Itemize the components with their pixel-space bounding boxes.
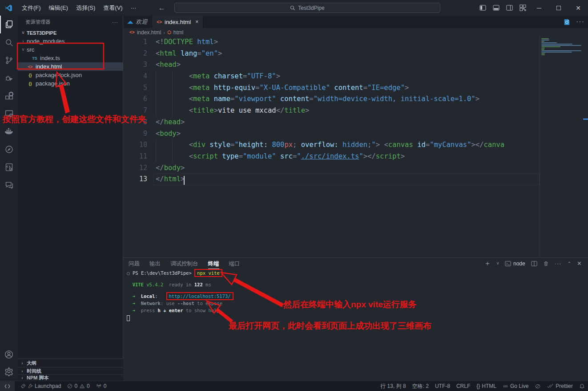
docker-icon[interactable] bbox=[0, 122, 18, 140]
go-live-button[interactable]: Go Live bbox=[499, 381, 532, 391]
terminal-output[interactable]: PS E:\dev\Test3dPipe> npx vite VITE v5.4… bbox=[123, 269, 588, 381]
command-center-search[interactable]: Test3dPipe bbox=[174, 3, 440, 13]
settings-gear-icon[interactable] bbox=[0, 363, 18, 380]
code-line-1[interactable]: 1<!DOCTYPE html> bbox=[123, 37, 588, 48]
editor-tab-bar: ◢◣欢迎<>index.html× bbox=[123, 16, 588, 28]
remote-explorer-icon[interactable] bbox=[0, 105, 18, 122]
tree-item-label: src bbox=[27, 46, 34, 53]
panel-tab-终端[interactable]: 终端 bbox=[208, 258, 219, 269]
tree-item-index.html[interactable]: <>index.html bbox=[18, 62, 123, 71]
panel-more-icon[interactable]: ··· bbox=[555, 260, 562, 267]
feedback-indicator[interactable]: 0 bbox=[93, 381, 110, 391]
toggle-sidebar-icon[interactable] bbox=[476, 0, 489, 16]
eol-sequence[interactable]: CRLF bbox=[453, 381, 473, 391]
maximize-button[interactable]: ☐ bbox=[549, 0, 568, 16]
close-panel-icon[interactable]: ✕ bbox=[577, 260, 582, 267]
code-line-6[interactable]: 6 <meta name="viewport" content="width=d… bbox=[123, 94, 588, 105]
tree-item-index.ts[interactable]: TSindex.ts bbox=[18, 54, 123, 62]
tree-item-TEST3DPIPE[interactable]: ˅TEST3DPIPE bbox=[18, 29, 123, 37]
account-icon[interactable] bbox=[0, 346, 18, 363]
maximize-panel-icon[interactable]: ⌃ bbox=[568, 261, 571, 266]
highlight-toggle[interactable] bbox=[532, 381, 544, 391]
launchpad-item[interactable]: Launchpad bbox=[17, 381, 64, 391]
remote-indicator[interactable] bbox=[0, 381, 15, 391]
explorer-icon[interactable] bbox=[0, 16, 18, 33]
code-line-3[interactable]: 3<head> bbox=[123, 59, 588, 71]
panel-tab-调试控制台[interactable]: 调试控制台 bbox=[170, 258, 198, 269]
code-line-5[interactable]: 5 <meta http-equiv="X-UA-Compatible" con… bbox=[123, 82, 588, 94]
panel-tab-问题[interactable]: 问题 bbox=[129, 258, 140, 269]
comments-icon[interactable] bbox=[0, 176, 18, 194]
nav-back-icon[interactable]: ← bbox=[158, 4, 165, 12]
tree-item-src[interactable]: ˅src bbox=[18, 45, 123, 54]
code-line-13[interactable]: 13</html> bbox=[123, 174, 588, 185]
encoding[interactable]: UTF-8 bbox=[432, 381, 453, 391]
code-line-4[interactable]: 4 <meta charset="UTF-8"> bbox=[123, 71, 588, 82]
tree-item-node_modules[interactable]: ›node_modules bbox=[18, 37, 123, 45]
sidebar-section-timeline[interactable]: ›时间线 bbox=[18, 367, 123, 375]
search-icon[interactable] bbox=[0, 33, 18, 51]
tab-欢迎[interactable]: ◢◣欢迎 bbox=[123, 16, 152, 28]
toggle-panel-icon[interactable] bbox=[489, 0, 503, 16]
menu-文件(F)[interactable]: 文件(F) bbox=[18, 0, 45, 16]
terminal-instance[interactable]: node bbox=[505, 261, 525, 267]
code-line-9[interactable]: 9<body> bbox=[123, 128, 588, 140]
history-circle-icon[interactable] bbox=[0, 140, 18, 158]
code-line-10[interactable]: 10 <div style="height: 800px; overflow: … bbox=[123, 139, 588, 151]
notifications-bell[interactable] bbox=[576, 381, 588, 391]
code-line-7[interactable]: 7 <title>vite use mxcad</title> bbox=[123, 105, 588, 117]
panel-tab-输出[interactable]: 输出 bbox=[149, 258, 161, 269]
toggle-secondary-sidebar-icon[interactable] bbox=[503, 0, 516, 16]
close-button[interactable]: ✕ bbox=[568, 0, 588, 16]
error-count: 0 bbox=[74, 383, 77, 389]
run-debug-icon[interactable] bbox=[0, 69, 18, 87]
source-control-icon[interactable] bbox=[0, 51, 18, 69]
symbol-icon: ⬡ bbox=[167, 30, 171, 35]
customize-layout-icon[interactable] bbox=[516, 0, 529, 16]
minimap-line bbox=[541, 46, 560, 47]
panel-tab-端口[interactable]: 端口 bbox=[229, 258, 240, 269]
overview-ruler[interactable] bbox=[583, 37, 588, 257]
antenna-icon bbox=[96, 383, 102, 389]
minimize-button[interactable]: ─ bbox=[529, 0, 549, 16]
terminal-dropdown-icon[interactable]: ˅ bbox=[496, 261, 499, 266]
code-line-2[interactable]: 2<html lang="en"> bbox=[123, 48, 588, 60]
split-terminal-icon[interactable] bbox=[531, 261, 537, 267]
code-editor[interactable]: 1<!DOCTYPE html>2<html lang="en">3<head>… bbox=[123, 37, 588, 257]
tree-item-package-lock.json[interactable]: {}package-lock.json bbox=[18, 71, 123, 79]
code-line-11[interactable]: 11 <script type="module" src="./src/inde… bbox=[123, 151, 588, 163]
minimap-line bbox=[541, 41, 544, 42]
problems-indicator[interactable]: 0 0 bbox=[64, 381, 93, 391]
menu-编辑(E)[interactable]: 编辑(E) bbox=[45, 0, 72, 16]
braces-icon: {} bbox=[476, 383, 480, 389]
tab-index.html[interactable]: <>index.html× bbox=[152, 16, 203, 28]
indentation[interactable]: 空格: 2 bbox=[409, 381, 432, 391]
minimap-line bbox=[541, 53, 545, 54]
language-mode[interactable]: {} HTML bbox=[473, 381, 499, 391]
kill-terminal-icon[interactable] bbox=[543, 261, 549, 267]
menu-···[interactable]: ··· bbox=[127, 0, 141, 16]
code-line-8[interactable]: 8</head> bbox=[123, 117, 588, 128]
sidebar-section-npm-scripts[interactable]: ›NPM 脚本 bbox=[18, 375, 123, 381]
file-settings-icon[interactable] bbox=[0, 158, 18, 176]
cursor-position[interactable]: 行 13, 列 8 bbox=[377, 381, 409, 391]
menu-选择(S)[interactable]: 选择(S) bbox=[72, 0, 99, 16]
breadcrumb-file[interactable]: index.html bbox=[137, 29, 161, 36]
prettier-status[interactable]: Prettier bbox=[544, 381, 576, 391]
html-file-icon: <> bbox=[129, 30, 135, 35]
minimap[interactable] bbox=[540, 37, 583, 257]
open-preview-icon[interactable] bbox=[563, 18, 571, 26]
tree-item-package.json[interactable]: {}package.json bbox=[18, 79, 123, 88]
terminal-line: ➜ Network: use --host to expose bbox=[127, 300, 588, 307]
chevron-icon: ˅ bbox=[20, 47, 27, 52]
explorer-more-icon[interactable]: ··· bbox=[112, 20, 118, 25]
sidebar-section-outline[interactable]: ›大纲 bbox=[18, 358, 123, 367]
code-line-12[interactable]: 12</body> bbox=[123, 163, 588, 174]
new-terminal-icon[interactable]: ＋ bbox=[484, 259, 491, 268]
extensions-icon[interactable] bbox=[0, 87, 18, 105]
editor-more-actions-icon[interactable]: ··· bbox=[576, 18, 584, 26]
breadcrumb-node[interactable]: html bbox=[173, 29, 184, 36]
close-tab-icon[interactable]: × bbox=[195, 19, 198, 25]
breadcrumb[interactable]: <> index.html › ⬡ html bbox=[123, 28, 588, 37]
menu-查看(V)[interactable]: 查看(V) bbox=[99, 0, 126, 16]
